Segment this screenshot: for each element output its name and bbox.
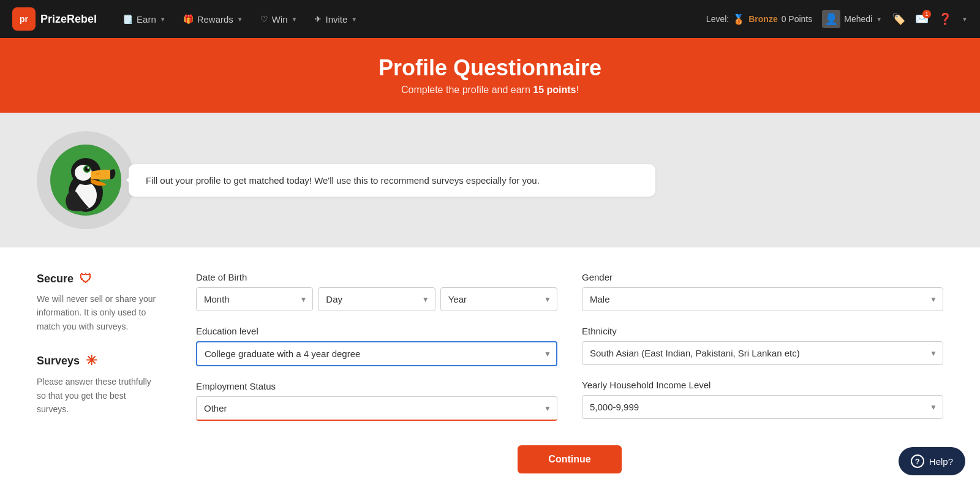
dob-label: Date of Birth: [196, 272, 557, 282]
navbar: pr PrizeRebel 🗒️ Earn ▼ 🎁 Rewards ▼ ♡ Wi…: [0, 0, 980, 38]
win-icon: ♡: [260, 14, 268, 24]
user-menu[interactable]: 👤 Mehedi ▼: [822, 10, 882, 28]
employment-select[interactable]: Employed full-time Employed part-time Se…: [196, 396, 557, 421]
help-circle-icon: ?: [911, 454, 924, 468]
ethnicity-select[interactable]: Caucasian / White Hispanic / Latino Blac…: [582, 341, 943, 365]
form-col-right: Gender Male Female Non-binary Prefer not…: [582, 272, 943, 435]
gender-select[interactable]: Male Female Non-binary Prefer not to say: [582, 287, 943, 311]
education-select-wrapper: High school diploma or less Some college…: [196, 341, 557, 366]
help-button[interactable]: ? Help?: [899, 447, 965, 475]
nav-win[interactable]: ♡ Win ▼: [253, 9, 305, 29]
ethnicity-select-wrapper: Caucasian / White Hispanic / Latino Blac…: [582, 341, 943, 365]
level-area: Level: 🥉 Bronze 0 Points: [706, 13, 812, 25]
income-group: Yearly Household Income Level Under 5,00…: [582, 380, 943, 419]
nav-links: 🗒️ Earn ▼ 🎁 Rewards ▼ ♡ Win ▼ ✈ Invite ▼: [115, 9, 700, 29]
logo-text: PrizeRebel: [40, 13, 97, 26]
employment-group: Employment Status Employed full-time Emp…: [196, 381, 557, 421]
day-select-wrapper: Day 12345 ▼: [318, 287, 435, 311]
dob-group: Date of Birth Month JanuaryFebruaryMarch…: [196, 272, 557, 311]
invite-arrow-icon: ▼: [351, 16, 357, 23]
help-arrow-icon: ▼: [962, 16, 968, 23]
points-display: 0 Points: [782, 14, 813, 24]
earn-arrow-icon: ▼: [160, 16, 166, 23]
profile-intro: Fill out your profile to get matched tod…: [0, 113, 980, 247]
form-main: Date of Birth Month JanuaryFebruaryMarch…: [196, 272, 943, 473]
income-select[interactable]: Under 5,000 5,000-9,999 10,000-14,999 25…: [582, 395, 943, 419]
gender-group: Gender Male Female Non-binary Prefer not…: [582, 272, 943, 311]
sidebar-info: Secure 🛡 We will never sell or share you…: [37, 272, 159, 473]
level-tier: Bronze: [748, 14, 777, 24]
month-select-wrapper: Month JanuaryFebruaryMarch AprilMayJune …: [196, 287, 313, 311]
continue-button[interactable]: Continue: [518, 445, 621, 473]
hero-banner: Profile Questionnaire Complete the profi…: [0, 38, 980, 113]
notification-badge: 1: [922, 10, 931, 18]
secure-block: Secure 🛡 We will never sell or share you…: [37, 272, 159, 333]
form-section: Secure 🛡 We will never sell or share you…: [0, 247, 980, 490]
income-label: Yearly Household Income Level: [582, 380, 943, 390]
win-arrow-icon: ▼: [292, 16, 298, 23]
level-coin-icon: 🥉: [733, 13, 745, 25]
year-select[interactable]: Year 200019991998: [440, 287, 557, 311]
user-arrow-icon: ▼: [876, 16, 882, 23]
invite-icon: ✈: [314, 14, 322, 24]
surveys-text: Please answer these truthfully so that y…: [37, 375, 159, 416]
education-group: Education level High school diploma or l…: [196, 326, 557, 366]
logo-icon: pr: [12, 7, 36, 31]
continue-row: Continue: [196, 445, 943, 473]
tags-icon-btn[interactable]: 🏷️: [892, 12, 905, 26]
logo[interactable]: pr PrizeRebel: [12, 7, 97, 31]
nav-invite[interactable]: ✈ Invite ▼: [307, 9, 364, 29]
shield-icon: 🛡: [80, 272, 92, 286]
rewards-arrow-icon: ▼: [237, 16, 243, 23]
avatar-icon: 👤: [824, 12, 838, 26]
help-nav-icon-btn[interactable]: ❓: [938, 12, 952, 26]
income-select-wrapper: Under 5,000 5,000-9,999 10,000-14,999 25…: [582, 395, 943, 419]
year-select-wrapper: Year 200019991998 ▼: [440, 287, 557, 311]
employment-select-wrapper: Employed full-time Employed part-time Se…: [196, 396, 557, 421]
speech-bubble: Fill out your profile to get matched tod…: [129, 164, 655, 197]
surveys-title: Surveys ✳: [37, 353, 159, 369]
gender-select-wrapper: Male Female Non-binary Prefer not to say…: [582, 287, 943, 311]
toucan-mascot: [49, 143, 123, 217]
asterisk-icon: ✳: [86, 353, 97, 369]
surveys-block: Surveys ✳ Please answer these truthfully…: [37, 353, 159, 416]
education-label: Education level: [196, 326, 557, 336]
hero-title: Profile Questionnaire: [12, 55, 968, 81]
dob-row: Month JanuaryFebruaryMarch AprilMayJune …: [196, 287, 557, 311]
nav-right: Level: 🥉 Bronze 0 Points 👤 Mehedi ▼ 🏷️ ✉…: [706, 10, 968, 28]
svg-point-7: [88, 167, 89, 169]
employment-label: Employment Status: [196, 381, 557, 391]
rewards-icon: 🎁: [183, 14, 194, 24]
form-columns: Date of Birth Month JanuaryFebruaryMarch…: [196, 272, 943, 435]
svg-point-8: [96, 173, 100, 175]
user-avatar: 👤: [822, 10, 840, 28]
secure-title: Secure 🛡: [37, 272, 159, 286]
education-select[interactable]: High school diploma or less Some college…: [196, 341, 557, 366]
hero-subtitle: Complete the profile and earn 15 points!: [12, 85, 968, 96]
ethnicity-group: Ethnicity Caucasian / White Hispanic / L…: [582, 326, 943, 365]
nav-earn[interactable]: 🗒️ Earn ▼: [115, 9, 173, 29]
day-select[interactable]: Day 12345: [318, 287, 435, 311]
secure-text: We will never sell or share your informa…: [37, 292, 159, 333]
nav-rewards[interactable]: 🎁 Rewards ▼: [176, 9, 251, 29]
month-select[interactable]: Month JanuaryFebruaryMarch AprilMayJune …: [196, 287, 313, 311]
gender-label: Gender: [582, 272, 943, 282]
earn-icon: 🗒️: [123, 14, 133, 24]
form-col-left: Date of Birth Month JanuaryFebruaryMarch…: [196, 272, 557, 435]
mail-icon-btn[interactable]: ✉️ 1: [915, 12, 929, 26]
mascot-area: [37, 131, 135, 229]
ethnicity-label: Ethnicity: [582, 326, 943, 336]
